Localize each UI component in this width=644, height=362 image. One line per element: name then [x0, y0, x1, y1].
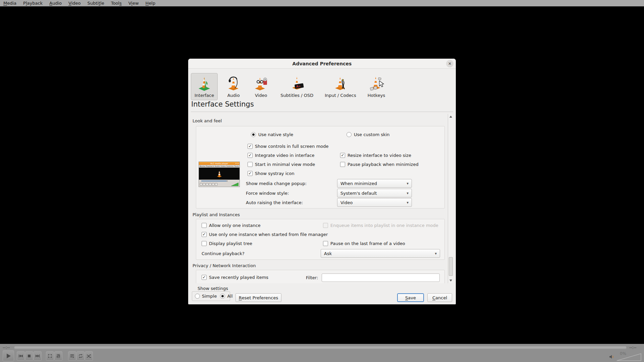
pause-minimized-checkbox[interactable] — [340, 162, 345, 167]
systray-checkbox[interactable]: ✓ — [248, 171, 253, 176]
volume-slider[interactable] — [616, 353, 641, 361]
tab-hotkeys[interactable]: Hotkeys — [364, 73, 389, 100]
menu-view[interactable]: View — [125, 0, 142, 6]
tab-label: Hotkeys — [368, 93, 385, 98]
integrate-video-option[interactable]: ✓ Integrate video in interface — [248, 153, 315, 158]
chevron-down-icon: ▾ — [407, 200, 409, 205]
shuffle-button[interactable] — [85, 351, 93, 361]
scroll-thumb[interactable] — [449, 257, 453, 276]
play-button[interactable] — [3, 350, 14, 361]
cursor-icon — [379, 81, 384, 87]
auto-raise-dropdown[interactable]: Video ▾ — [337, 198, 412, 207]
simple-radio[interactable] — [195, 294, 200, 299]
stop-icon — [27, 354, 31, 358]
next-button[interactable] — [34, 351, 42, 361]
native-style-radio[interactable] — [251, 132, 256, 137]
scroll-up-icon[interactable] — [448, 114, 454, 119]
chevron-down-icon: ▾ — [435, 251, 437, 256]
svg-text:A»: A» — [296, 84, 301, 88]
menu-help[interactable]: Help — [142, 0, 159, 6]
stop-button[interactable] — [25, 351, 33, 361]
shuffle-icon — [87, 354, 92, 358]
scroll-down-icon[interactable] — [448, 278, 454, 283]
elapsed-time: --:-- — [3, 345, 10, 350]
previous-button[interactable] — [17, 351, 25, 361]
section-privacy-network: Privacy / Network Interaction — [193, 263, 256, 268]
native-style-option[interactable]: Use native style — [251, 132, 293, 137]
close-icon[interactable]: ✕ — [446, 60, 453, 67]
save-recent-option[interactable]: ✓ Save recently played items — [202, 275, 268, 280]
tab-input-codecs[interactable]: Input / Codecs — [321, 73, 360, 100]
fullscreen-controls-option[interactable]: ✓ Show controls in full screen mode — [248, 144, 329, 149]
fullscreen-button[interactable] — [46, 351, 54, 361]
menu-audio[interactable]: Audio — [46, 0, 65, 6]
fullscreen-controls-checkbox[interactable]: ✓ — [248, 144, 253, 149]
cancel-button[interactable]: Cancel — [427, 293, 452, 302]
window-style-dropdown[interactable]: System's default ▾ — [337, 189, 412, 197]
one-instance-fm-checkbox[interactable]: ✓ — [202, 232, 207, 237]
systray-option[interactable]: ✓ Show systray icon — [248, 171, 294, 176]
preview-controls — [199, 182, 239, 187]
allow-one-instance-option[interactable]: Allow only one instance — [202, 223, 261, 228]
media-popup-label: Show media change popup: — [246, 179, 307, 188]
scrollbar[interactable] — [448, 114, 453, 283]
playlist-button[interactable] — [68, 351, 76, 361]
show-settings-label: Show settings — [198, 286, 228, 291]
continue-playback-dropdown[interactable]: Ask ▾ — [321, 249, 440, 258]
playlist-tree-checkbox[interactable] — [202, 241, 207, 246]
hotkeys-cone-icon — [368, 75, 384, 91]
category-toolbar: Interface Audio — [191, 73, 389, 100]
chevron-down-icon: ▾ — [407, 181, 409, 186]
tab-label: Video — [255, 93, 267, 98]
section-look-and-feel: Look and feel — [193, 118, 222, 123]
menu-media[interactable]: Media — [0, 0, 20, 6]
playlist-tree-option[interactable]: Display playlist tree — [202, 241, 252, 246]
seek-slider[interactable] — [14, 346, 627, 349]
resize-interface-option[interactable]: ✓ Resize interface to video size — [340, 153, 411, 158]
next-icon — [35, 354, 40, 358]
resize-interface-checkbox[interactable]: ✓ — [340, 153, 345, 158]
tab-interface[interactable]: Interface — [191, 73, 218, 100]
menu-tools[interactable]: Tools — [108, 0, 125, 6]
custom-skin-option[interactable]: Use custom skin — [346, 132, 390, 137]
video-cone-icon — [253, 75, 269, 91]
tab-audio[interactable]: Audio — [222, 73, 245, 100]
dialog-title: Advanced Preferences — [188, 59, 456, 69]
play-icon — [5, 353, 11, 359]
tab-video[interactable]: Video — [249, 73, 273, 100]
menu-video[interactable]: Video — [65, 0, 84, 6]
one-instance-fm-option[interactable]: ✓ Use only one instance when started fro… — [202, 232, 328, 237]
volume-speaker-icon[interactable] — [609, 355, 614, 359]
save-recent-checkbox[interactable]: ✓ — [202, 275, 207, 280]
advanced-preferences-dialog: Advanced Preferences ✕ Interface — [188, 59, 456, 304]
extended-settings-button[interactable] — [54, 351, 62, 361]
filter-input[interactable] — [322, 274, 440, 282]
save-button[interactable]: Save — [397, 293, 424, 302]
reset-preferences-button[interactable]: Reset Preferences — [235, 293, 281, 302]
media-popup-dropdown[interactable]: When minimized ▾ — [337, 179, 412, 188]
interface-cone-icon — [196, 75, 212, 91]
allow-one-instance-checkbox[interactable] — [202, 223, 207, 228]
custom-skin-radio[interactable] — [346, 132, 352, 137]
menu-subtitle[interactable]: Subtitle — [84, 0, 107, 6]
pause-last-frame-checkbox[interactable] — [323, 241, 328, 246]
minimal-view-option[interactable]: Start in minimal view mode — [248, 162, 315, 167]
menu-playback[interactable]: Playback — [20, 0, 46, 6]
preview-volume-icon — [231, 183, 238, 186]
section-playlist-instances: Playlist and Instances — [193, 212, 240, 217]
minimal-view-checkbox[interactable] — [248, 162, 253, 167]
all-radio[interactable] — [220, 294, 225, 299]
tab-subtitles-osd[interactable]: A» Subtitles / OSD — [277, 73, 317, 100]
dialog-titlebar[interactable]: Advanced Preferences ✕ — [188, 59, 456, 69]
pause-minimized-option[interactable]: Pause playback when minimized — [340, 162, 419, 167]
continue-playback-label: Continue playback? — [202, 249, 245, 258]
window-style-label: Force window style: — [246, 189, 289, 197]
fullscreen-icon — [48, 354, 52, 358]
loop-button[interactable] — [76, 351, 85, 361]
loop-icon — [78, 354, 83, 358]
settings-scroll-area: Look and feel Use native style Use custo… — [188, 114, 448, 283]
integrate-video-checkbox[interactable]: ✓ — [248, 153, 253, 158]
preview-menubar: Media Playback Audio Video Subtitle Tool… — [199, 165, 239, 168]
pause-last-frame-option[interactable]: Pause on the last frame of a video — [323, 241, 405, 246]
heading-divider — [191, 112, 453, 112]
